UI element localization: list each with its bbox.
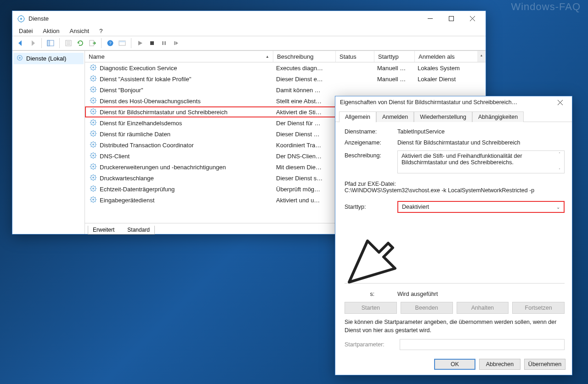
- svg-line-106: [91, 146, 91, 147]
- gear-icon: [90, 130, 97, 139]
- table-row[interactable]: Dienst "Assistent für lokale Profile"Die…: [85, 73, 486, 84]
- value-service-name: TabletInputService: [397, 128, 565, 135]
- titlebar[interactable]: Dienste: [12, 11, 486, 26]
- svg-line-85: [95, 120, 96, 120]
- cancel-button[interactable]: Abbrechen: [479, 359, 520, 370]
- chevron-down-icon: ⌄: [556, 205, 560, 210]
- svg-line-143: [91, 186, 91, 186]
- service-description: Dieser Dienst e…: [273, 76, 336, 83]
- export-button[interactable]: [87, 38, 98, 49]
- svg-point-28: [92, 67, 94, 68]
- gear-icon: [17, 15, 25, 23]
- gear-icon: [90, 86, 97, 95]
- svg-line-104: [95, 146, 96, 147]
- gear-icon: [90, 163, 97, 172]
- svg-line-115: [95, 153, 96, 153]
- menu-help[interactable]: ?: [97, 27, 104, 35]
- column-header-name[interactable]: Name▲: [85, 51, 273, 62]
- starttype-select[interactable]: Deaktiviert ⌄: [397, 201, 565, 213]
- dialog-tabs: Allgemein Anmelden Wiederherstellung Abh…: [335, 108, 572, 122]
- view-tab-standard[interactable]: Standard: [119, 226, 155, 234]
- service-description: Koordiniert Tra…: [273, 142, 336, 149]
- dialog-title: Eigenschaften von Dienst für Bildschirmt…: [340, 99, 551, 106]
- close-button[interactable]: [462, 12, 483, 26]
- tab-general[interactable]: Allgemein: [339, 111, 376, 122]
- desktop-watermark: Windows-FAQ: [511, 1, 581, 13]
- svg-line-126: [91, 168, 91, 169]
- gear-icon: [90, 108, 97, 117]
- svg-line-95: [95, 131, 96, 131]
- svg-line-136: [91, 179, 91, 180]
- detail-button[interactable]: [117, 38, 128, 49]
- minimize-button[interactable]: [419, 12, 441, 26]
- service-name: Druckwarteschlange: [100, 175, 154, 182]
- label-service-name: Dienstname:: [345, 128, 397, 135]
- start-parameter-input[interactable]: [400, 339, 565, 350]
- start-service-button[interactable]: [135, 38, 146, 49]
- svg-point-78: [92, 122, 94, 123]
- table-row[interactable]: Diagnostic Execution ServiceExecutes dia…: [85, 62, 486, 73]
- service-name: Dienst für Bildschirmtastatur und Schrei…: [100, 109, 227, 116]
- properties-button[interactable]: [63, 38, 74, 49]
- maximize-button[interactable]: [441, 12, 462, 26]
- dialog-titlebar[interactable]: Eigenschaften von Dienst für Bildschirmt…: [335, 96, 572, 108]
- svg-line-83: [91, 120, 91, 120]
- help-button[interactable]: ?: [105, 38, 116, 49]
- svg-line-55: [95, 87, 96, 87]
- gear-icon: [90, 185, 97, 194]
- svg-line-33: [91, 65, 91, 65]
- column-header-starttype[interactable]: Starttyp: [374, 51, 415, 62]
- tree-node-services-local[interactable]: Dienste (Lokal): [13, 53, 84, 64]
- svg-line-135: [95, 175, 96, 175]
- view-tab-extended[interactable]: Erweitert: [88, 226, 123, 234]
- stop-service-button[interactable]: [147, 38, 158, 49]
- tab-dependencies[interactable]: Abhängigkeiten: [472, 111, 524, 122]
- start-button[interactable]: Starten: [345, 302, 397, 314]
- pause-service-button[interactable]: [158, 38, 170, 49]
- ok-button[interactable]: OK: [434, 359, 475, 370]
- forward-button[interactable]: [27, 38, 38, 49]
- service-name: Dienst des Host-Überwachungsclients: [100, 98, 201, 105]
- column-header-login[interactable]: Anmelden als: [415, 51, 486, 62]
- gear-icon: [90, 152, 97, 161]
- show-hide-tree-button[interactable]: [45, 38, 56, 49]
- apply-button[interactable]: Übernehmen: [524, 359, 565, 370]
- svg-line-76: [91, 113, 91, 114]
- service-name: Dienst für räumliche Daten: [100, 131, 170, 138]
- service-description: Dieser Dienst s…: [273, 175, 336, 182]
- svg-line-34: [95, 69, 96, 70]
- svg-point-38: [92, 78, 94, 79]
- close-button[interactable]: [551, 97, 569, 108]
- svg-line-65: [95, 98, 96, 98]
- service-description: Stellt eine Abst…: [273, 98, 336, 105]
- window-title: Dienste: [28, 15, 419, 22]
- resume-button[interactable]: Fortsetzen: [512, 302, 565, 314]
- svg-line-144: [95, 190, 96, 191]
- column-header-description[interactable]: Beschreibung: [273, 51, 336, 62]
- stop-button[interactable]: Beenden: [401, 302, 453, 314]
- menu-file[interactable]: Datei: [17, 27, 34, 35]
- menu-action[interactable]: Aktion: [41, 27, 61, 35]
- scrollbar[interactable]: ▴: [477, 51, 486, 62]
- svg-line-94: [95, 135, 96, 136]
- service-properties-dialog: Eigenschaften von Dienst für Bildschirmt…: [335, 96, 572, 375]
- label-display-name: Anzeigename:: [345, 139, 397, 146]
- svg-line-45: [95, 76, 96, 76]
- refresh-button[interactable]: [75, 38, 86, 49]
- table-row[interactable]: Dienst "Bonjour"Damit können …: [85, 84, 486, 95]
- svg-line-84: [95, 124, 96, 125]
- tab-logon[interactable]: Anmelden: [376, 111, 414, 122]
- pause-button[interactable]: Anhalten: [457, 302, 509, 314]
- restart-service-button[interactable]: [170, 38, 181, 49]
- back-button[interactable]: [15, 38, 26, 49]
- dialog-buttons: OK Abbrechen Übernehmen: [335, 354, 572, 375]
- svg-point-48: [92, 89, 94, 90]
- column-header-status[interactable]: Status: [336, 51, 374, 62]
- svg-line-75: [95, 109, 96, 109]
- svg-line-154: [95, 201, 96, 202]
- service-name: Distributed Transaction Coordinator: [100, 142, 194, 149]
- description-text[interactable]: Aktiviert die Stift- und Freihandfunktio…: [397, 150, 565, 173]
- menu-view[interactable]: Ansicht: [68, 27, 91, 35]
- tab-recovery[interactable]: Wiederherstellung: [414, 111, 472, 122]
- service-description: Mit diesem Die…: [273, 164, 336, 171]
